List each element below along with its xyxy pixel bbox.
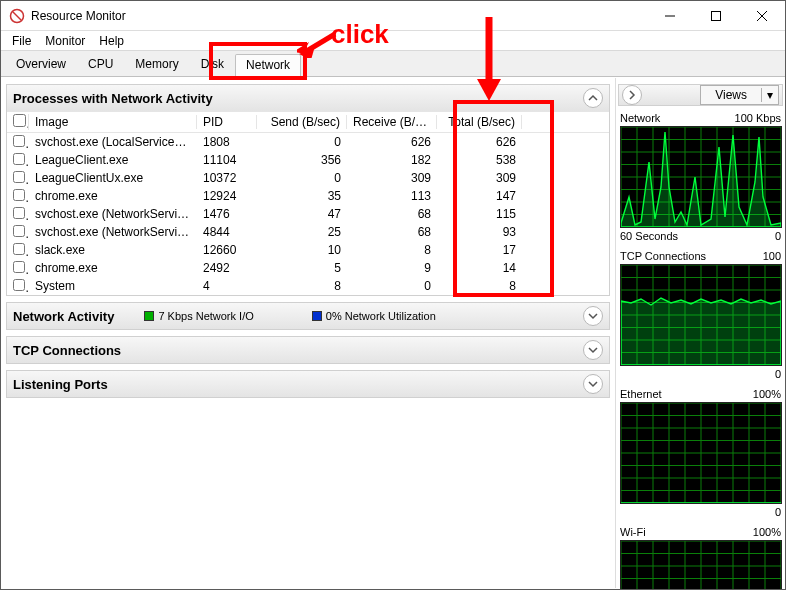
cell-recv: 182 bbox=[347, 153, 437, 167]
cell-image: LeagueClientUx.exe bbox=[29, 171, 197, 185]
cell-image: LeagueClient.exe bbox=[29, 153, 197, 167]
cell-send: 8 bbox=[257, 279, 347, 293]
tab-overview[interactable]: Overview bbox=[5, 53, 77, 76]
row-checkbox[interactable] bbox=[13, 153, 25, 165]
chevron-up-icon[interactable] bbox=[583, 88, 603, 108]
panel-processes-header[interactable]: Processes with Network Activity bbox=[7, 85, 609, 111]
table-row[interactable]: svchost.exe (LocalServiceAn...1808062662… bbox=[7, 133, 609, 151]
panel-tcp-header[interactable]: TCP Connections bbox=[7, 337, 609, 363]
panel-processes-title: Processes with Network Activity bbox=[13, 91, 213, 106]
chevron-down-icon[interactable] bbox=[583, 340, 603, 360]
row-checkbox[interactable] bbox=[13, 225, 25, 237]
graph-block: TCP Connections1000 bbox=[618, 248, 783, 382]
header-checkbox[interactable] bbox=[13, 114, 26, 127]
cell-pid: 10372 bbox=[197, 171, 257, 185]
window-title: Resource Monitor bbox=[31, 9, 647, 23]
cell-image: chrome.exe bbox=[29, 261, 197, 275]
graph-scale: 100 bbox=[763, 250, 781, 262]
svg-line-1 bbox=[13, 12, 21, 20]
table-row[interactable]: chrome.exe1292435113147 bbox=[7, 187, 609, 205]
cell-send: 356 bbox=[257, 153, 347, 167]
graphs-container: Network100 Kbps60 Seconds0TCP Connection… bbox=[618, 106, 783, 590]
tab-memory[interactable]: Memory bbox=[124, 53, 189, 76]
cell-recv: 68 bbox=[347, 207, 437, 221]
cell-image: chrome.exe bbox=[29, 189, 197, 203]
cell-send: 0 bbox=[257, 135, 347, 149]
table-header: Image PID Send (B/sec) Receive (B/sec) T… bbox=[7, 111, 609, 133]
cell-image: slack.exe bbox=[29, 243, 197, 257]
tab-disk[interactable]: Disk bbox=[190, 53, 235, 76]
row-checkbox[interactable] bbox=[13, 207, 25, 219]
cell-total: 147 bbox=[437, 189, 522, 203]
graph-block: Network100 Kbps60 Seconds0 bbox=[618, 110, 783, 244]
cell-pid: 2492 bbox=[197, 261, 257, 275]
chevron-down-icon[interactable] bbox=[583, 374, 603, 394]
panel-network-activity-header[interactable]: Network Activity 7 Kbps Network I/O 0% N… bbox=[7, 303, 609, 329]
cell-pid: 4 bbox=[197, 279, 257, 293]
minimize-button[interactable] bbox=[647, 1, 693, 31]
table-body[interactable]: svchost.exe (LocalServiceAn...1808062662… bbox=[7, 133, 609, 295]
row-checkbox[interactable] bbox=[13, 189, 25, 201]
views-button[interactable]: Views ▾ bbox=[700, 85, 779, 105]
cell-total: 115 bbox=[437, 207, 522, 221]
table-row[interactable]: LeagueClient.exe11104356182538 bbox=[7, 151, 609, 169]
graph-title: Wi-Fi bbox=[620, 526, 646, 538]
tab-network[interactable]: Network bbox=[235, 54, 301, 77]
graph-block: Wi-Fi100% bbox=[618, 524, 783, 590]
panel-listening-header[interactable]: Listening Ports bbox=[7, 371, 609, 397]
col-pid[interactable]: PID bbox=[197, 115, 257, 129]
row-checkbox[interactable] bbox=[13, 171, 25, 183]
close-button[interactable] bbox=[739, 1, 785, 31]
cell-total: 17 bbox=[437, 243, 522, 257]
cell-send: 10 bbox=[257, 243, 347, 257]
graph-canvas bbox=[620, 540, 782, 590]
cell-total: 538 bbox=[437, 153, 522, 167]
maximize-button[interactable] bbox=[693, 1, 739, 31]
graph-foot-right: 0 bbox=[775, 230, 781, 242]
chevron-right-icon[interactable] bbox=[622, 85, 642, 105]
col-total[interactable]: Total (B/sec) bbox=[437, 115, 522, 129]
row-checkbox[interactable] bbox=[13, 243, 25, 255]
table-row[interactable]: LeagueClientUx.exe103720309309 bbox=[7, 169, 609, 187]
cell-pid: 1808 bbox=[197, 135, 257, 149]
graph-foot-right: 0 bbox=[775, 506, 781, 518]
col-send[interactable]: Send (B/sec) bbox=[257, 115, 347, 129]
menu-file[interactable]: File bbox=[5, 33, 38, 49]
titlebar: Resource Monitor bbox=[1, 1, 785, 31]
cell-total: 8 bbox=[437, 279, 522, 293]
table-row[interactable]: slack.exe1266010817 bbox=[7, 241, 609, 259]
cell-recv: 626 bbox=[347, 135, 437, 149]
tab-cpu[interactable]: CPU bbox=[77, 53, 124, 76]
row-checkbox[interactable] bbox=[13, 135, 25, 147]
col-recv[interactable]: Receive (B/sec) bbox=[347, 115, 437, 129]
cell-recv: 309 bbox=[347, 171, 437, 185]
table-row[interactable]: svchost.exe (NetworkService...4844256893 bbox=[7, 223, 609, 241]
menubar: File Monitor Help bbox=[1, 31, 785, 50]
cell-pid: 12924 bbox=[197, 189, 257, 203]
panel-listening: Listening Ports bbox=[6, 370, 610, 398]
table-row[interactable]: svchost.exe (NetworkService...1476476811… bbox=[7, 205, 609, 223]
panel-listening-title: Listening Ports bbox=[13, 377, 108, 392]
cell-recv: 0 bbox=[347, 279, 437, 293]
panel-tcp-title: TCP Connections bbox=[13, 343, 121, 358]
cell-send: 5 bbox=[257, 261, 347, 275]
cell-recv: 68 bbox=[347, 225, 437, 239]
table-row[interactable]: System4808 bbox=[7, 277, 609, 295]
row-checkbox[interactable] bbox=[13, 261, 25, 273]
panel-processes: Processes with Network Activity Image PI… bbox=[6, 84, 610, 296]
row-checkbox[interactable] bbox=[13, 279, 25, 291]
table-row[interactable]: chrome.exe24925914 bbox=[7, 259, 609, 277]
cell-recv: 9 bbox=[347, 261, 437, 275]
col-image[interactable]: Image bbox=[29, 115, 197, 129]
svg-rect-3 bbox=[712, 11, 721, 20]
chevron-down-icon[interactable] bbox=[583, 306, 603, 326]
graph-scale: 100% bbox=[753, 526, 781, 538]
tabbar: Overview CPU Memory Disk Network bbox=[1, 50, 785, 77]
graph-foot-left: 60 Seconds bbox=[620, 230, 678, 242]
menu-monitor[interactable]: Monitor bbox=[38, 33, 92, 49]
cell-send: 0 bbox=[257, 171, 347, 185]
cell-image: svchost.exe (NetworkService... bbox=[29, 207, 197, 221]
graph-canvas bbox=[620, 126, 782, 228]
dropdown-icon: ▾ bbox=[762, 88, 778, 102]
menu-help[interactable]: Help bbox=[92, 33, 131, 49]
